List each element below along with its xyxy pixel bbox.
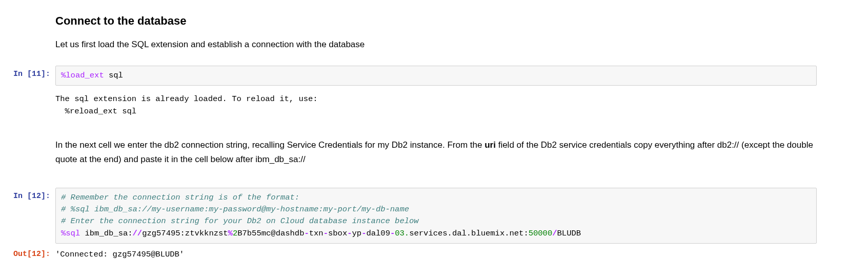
code-comment-1: # Remember the connection string is of t… (61, 193, 299, 202)
code-cell-11-output: The sql extension is already loaded. To … (0, 88, 868, 125)
markdown-content: Connect to the database Let us first loa… (55, 10, 868, 60)
code-token-num: 03. (395, 229, 409, 238)
code-token-op: / (552, 229, 557, 238)
code-cell-11-input: In [11]: %load_ext sql (0, 66, 868, 86)
exec-output-wrapper: 'Connected: gzg57495@BLUDB' (55, 246, 868, 264)
code-token-arg: sql (104, 71, 123, 80)
code-input-wrapper: # Remember the connection string is of t… (55, 188, 868, 244)
code-token-magic: %sql (61, 229, 80, 238)
code-cell-12-input: In [12]: # Remember the connection strin… (0, 188, 868, 244)
section-heading: Connect to the database (55, 12, 817, 29)
code-seg: gzg57495:ztvkknzst (142, 229, 228, 238)
intro-paragraph: Let us first load the SQL extension and … (55, 37, 817, 51)
code-input-11[interactable]: %load_ext sql (55, 66, 817, 86)
code-seg: dal09 (366, 229, 390, 238)
prompt-empty (0, 138, 55, 141)
markdown-cell-heading: Connect to the database Let us first loa… (0, 10, 868, 60)
instruction-bold: uri (485, 140, 496, 150)
code-token-op: % (228, 229, 233, 238)
code-seg: txn (309, 229, 324, 238)
stream-output-11: The sql extension is already loaded. To … (55, 88, 817, 125)
stream-output-wrapper: The sql extension is already loaded. To … (55, 88, 868, 125)
instruction-paragraph: In the next cell we enter the db2 connec… (55, 138, 817, 166)
markdown-content: In the next cell we enter the db2 connec… (55, 138, 868, 174)
code-seg: yp (352, 229, 362, 238)
code-token-num: 2 (233, 229, 237, 238)
input-prompt-12: In [12]: (0, 188, 55, 203)
prompt-empty (0, 10, 55, 13)
input-prompt-11: In [11]: (0, 66, 55, 81)
code-seg: BLUDB (557, 229, 581, 238)
code-token-op: - (304, 229, 309, 238)
instruction-pre: In the next cell we enter the db2 connec… (55, 140, 485, 150)
code-comment-3: # Enter the connection string for your D… (61, 216, 419, 226)
code-token-num: 50000 (529, 229, 553, 238)
code-token-op: - (390, 229, 395, 238)
code-token-op: - (324, 229, 328, 238)
code-input-wrapper: %load_ext sql (55, 66, 868, 86)
code-seg: B7b55mc@dashdb (237, 229, 304, 238)
notebook-container: Connect to the database Let us first loa… (0, 0, 868, 276)
code-seg: services.dal.bluemix.net: (409, 229, 529, 238)
code-token-magic: %load_ext (61, 71, 104, 80)
code-token-op: // (133, 229, 143, 238)
output-prompt-12: Out[12]: (0, 246, 55, 261)
exec-output-12: 'Connected: gzg57495@BLUDB' (55, 246, 817, 264)
code-seg: sbox (328, 229, 347, 238)
code-seg: ibm_db_sa: (80, 229, 132, 238)
output-prompt-empty (0, 88, 55, 91)
code-cell-12-output: Out[12]: 'Connected: gzg57495@BLUDB' (0, 246, 868, 264)
code-input-12[interactable]: # Remember the connection string is of t… (55, 188, 817, 244)
code-token-op: - (347, 229, 352, 238)
markdown-cell-instruction: In the next cell we enter the db2 connec… (0, 138, 868, 174)
code-comment-2: # %sql ibm_db_sa://my-username:my-passwo… (61, 205, 409, 214)
